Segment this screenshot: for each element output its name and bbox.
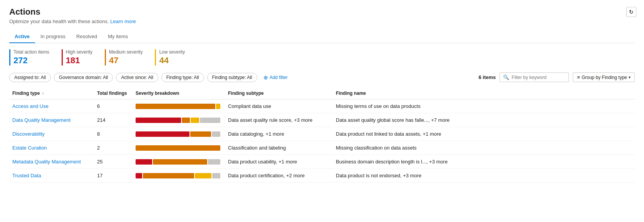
high-severity-bar (136, 159, 152, 165)
col-header-severity-breakdown[interactable]: Severity breakdown (132, 87, 225, 99)
filter-icon: ⊕ (263, 74, 268, 81)
finding-type-link[interactable]: Access and Use (12, 103, 49, 109)
items-count: 6 items (479, 74, 496, 80)
stat-high: High severity 181 (62, 49, 92, 66)
finding-subtype-cell: Data cataloging, +1 more (225, 127, 333, 141)
other-severity-bar (212, 173, 220, 178)
group-by-icon: ≡ (577, 74, 580, 80)
stat-medium: Medium severity 47 (105, 49, 143, 66)
tab-my-items[interactable]: My items (102, 30, 133, 43)
medium-severity-bar (190, 131, 211, 137)
total-findings-cell: 214 (94, 113, 132, 127)
filter-finding-subtype[interactable]: Finding subtype: All (207, 73, 257, 82)
page-subtitle: Optimize your data health with these act… (9, 18, 635, 24)
filter-governance-domain[interactable]: Governance domain: All (54, 73, 113, 82)
chevron-down-icon: ▾ (629, 75, 631, 79)
medium-severity-bar (136, 145, 220, 151)
group-by-button[interactable]: ≡ Group by Finding type ▾ (573, 72, 635, 82)
page-title: Actions (9, 7, 635, 17)
finding-type-link[interactable]: Data Quality Management (12, 117, 70, 123)
severity-breakdown-cell (132, 141, 225, 155)
high-severity-bar (136, 131, 190, 137)
finding-name-cell: Business domain description length is l.… (333, 155, 635, 169)
finding-name-cell: Data product is not endorsed, +3 more (333, 169, 635, 183)
finding-name-cell: Missing classification on data assets (333, 141, 635, 155)
medium-severity-bar (153, 159, 207, 165)
medium-severity-bar (143, 173, 194, 178)
refresh-button[interactable]: ↻ (626, 7, 636, 17)
filter-finding-type[interactable]: Finding type: All (161, 73, 204, 82)
total-findings-cell: 6 (94, 99, 132, 113)
finding-type-link[interactable]: Trusted Data (12, 173, 41, 178)
finding-subtype-cell: Data product usability, +1 more (225, 155, 333, 169)
other-severity-bar (212, 131, 220, 137)
search-box: 🔍 (500, 72, 569, 82)
low-severity-bar (191, 118, 199, 123)
finding-type-link[interactable]: Metadata Quality Management (12, 159, 81, 165)
search-icon: 🔍 (503, 74, 509, 80)
finding-name-cell: Data product not linked to data assets, … (333, 127, 635, 141)
severity-breakdown-cell (132, 155, 225, 169)
table-row: Estate Curation2Classification and label… (9, 141, 635, 155)
total-findings-cell: 8 (94, 127, 132, 141)
high-severity-bar (136, 173, 142, 178)
filter-active-since[interactable]: Active since: All (116, 73, 158, 82)
finding-type-link[interactable]: Estate Curation (12, 145, 47, 151)
table-header-row: Finding type ↑ Total findings Severity b… (9, 87, 635, 99)
table-row: Discoverability8Data cataloging, +1 more… (9, 127, 635, 141)
high-severity-bar (136, 118, 181, 123)
stat-total: Total action items 272 (9, 49, 49, 66)
add-filter-button[interactable]: ⊕ Add filter (260, 73, 291, 82)
other-severity-bar (208, 159, 220, 165)
medium-severity-bar (136, 104, 215, 109)
low-severity-bar (195, 173, 211, 178)
learn-more-link[interactable]: Learn more (110, 18, 136, 24)
table-row: Access and Use6Compliant data useMissing… (9, 99, 635, 113)
stat-low: Low severity 44 (155, 49, 185, 66)
finding-subtype-cell: Data asset quality rule score, +3 more (225, 113, 333, 127)
table-row: Trusted Data17Data product certification… (9, 169, 635, 183)
filters-row: Assigned to: All Governance domain: All … (9, 72, 635, 82)
filter-assigned-to[interactable]: Assigned to: All (9, 73, 51, 82)
tab-bar: Active In progress Resolved My items (9, 30, 635, 43)
col-header-finding-type[interactable]: Finding type ↑ (9, 87, 94, 99)
severity-breakdown-cell (132, 99, 225, 113)
medium-severity-bar (182, 118, 190, 123)
total-findings-cell: 25 (94, 155, 132, 169)
finding-subtype-cell: Compliant data use (225, 99, 333, 113)
finding-name-cell: Data asset quality global score has fall… (333, 113, 635, 127)
low-severity-bar (216, 104, 220, 109)
table-row: Data Quality Management214Data asset qua… (9, 113, 635, 127)
table-row: Metadata Quality Management25Data produc… (9, 155, 635, 169)
stats-row: Total action items 272 High severity 181… (9, 49, 635, 66)
total-findings-cell: 17 (94, 169, 132, 183)
finding-name-cell: Missing terms of use on data products (333, 99, 635, 113)
severity-breakdown-cell (132, 127, 225, 141)
other-severity-bar (200, 118, 220, 123)
finding-subtype-cell: Data product certification, +2 more (225, 169, 333, 183)
tab-active[interactable]: Active (9, 30, 35, 43)
col-header-finding-name[interactable]: Finding name (333, 87, 635, 99)
findings-table: Finding type ↑ Total findings Severity b… (9, 87, 635, 183)
finding-subtype-cell: Classification and labeling (225, 141, 333, 155)
col-header-finding-subtype[interactable]: Finding subtype (225, 87, 333, 99)
tab-resolved[interactable]: Resolved (71, 30, 102, 43)
total-findings-cell: 2 (94, 141, 132, 155)
tab-in-progress[interactable]: In progress (35, 30, 71, 43)
severity-breakdown-cell (132, 169, 225, 183)
severity-breakdown-cell (132, 113, 225, 127)
sort-asc-icon: ↑ (42, 91, 44, 96)
col-header-total-findings[interactable]: Total findings (94, 87, 132, 99)
finding-type-link[interactable]: Discoverability (12, 131, 45, 137)
search-input[interactable] (512, 75, 565, 80)
